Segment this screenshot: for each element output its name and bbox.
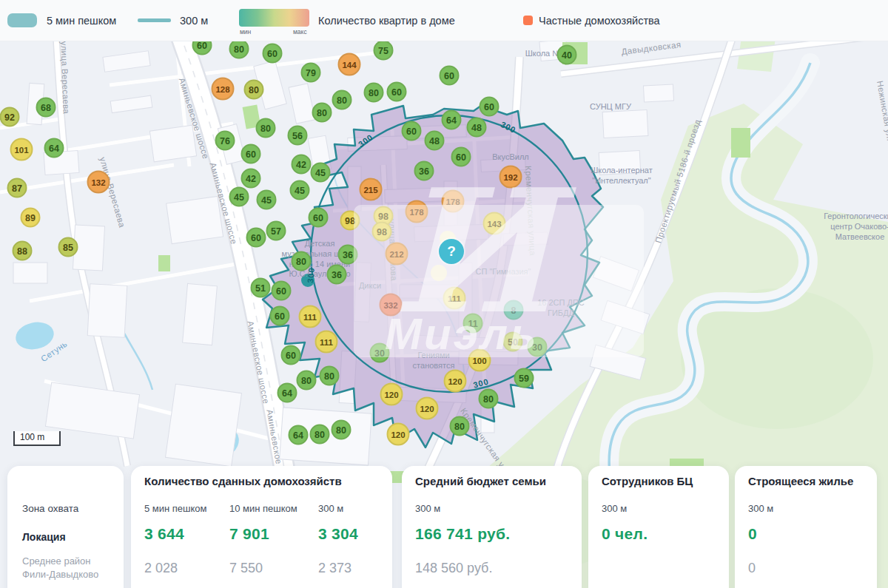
walk-zone-label: 5 мин пешком (47, 15, 116, 27)
house-marker[interactable]: 40 (557, 45, 577, 65)
house-marker[interactable]: 80 (332, 420, 352, 440)
house-marker[interactable]: 57 (266, 221, 286, 241)
house-marker[interactable]: 80 (320, 366, 340, 386)
house-marker[interactable]: 8 (504, 300, 524, 320)
bc-employees-card: Сотрудников БЦ 300 м 0 чел. (588, 466, 729, 588)
house-marker[interactable]: 64 (278, 383, 297, 403)
house-marker[interactable]: 75 (374, 41, 394, 61)
average-value: 2 028 (144, 561, 178, 576)
house-marker[interactable]: 68 (36, 98, 56, 118)
house-marker[interactable]: 36 (414, 161, 434, 181)
house-marker[interactable]: 101 (10, 138, 33, 161)
map-scale-bar: 100 m (13, 431, 61, 446)
house-marker[interactable]: 111 (315, 331, 338, 354)
house-marker[interactable]: 85 (58, 237, 78, 257)
house-marker[interactable]: 60 (309, 208, 329, 228)
house-marker[interactable]: 30 (528, 337, 548, 357)
house-marker[interactable]: 332 (380, 294, 403, 317)
house-marker[interactable]: 45 (257, 190, 277, 210)
house-marker[interactable]: 80 (310, 425, 330, 445)
house-marker[interactable]: 59 (514, 368, 534, 388)
house-marker[interactable]: 178 (442, 190, 465, 213)
house-marker[interactable]: 60 (272, 281, 292, 301)
house-marker[interactable]: 30 (370, 343, 390, 363)
house-marker[interactable]: 60 (246, 228, 266, 248)
house-marker[interactable]: 60 (387, 82, 407, 102)
house-marker[interactable]: 56 (288, 126, 308, 146)
house-marker[interactable]: 64 (442, 110, 462, 130)
house-marker[interactable]: 50 (503, 332, 523, 352)
house-marker[interactable]: 60 (440, 66, 460, 86)
house-marker[interactable]: 215 (360, 178, 383, 201)
house-marker[interactable]: 128 (212, 78, 235, 101)
average-value: 7 550 (229, 561, 263, 576)
private-households-label: Частные домохозяйства (539, 15, 660, 27)
house-marker[interactable]: 87 (7, 178, 27, 198)
house-marker[interactable]: 98 (372, 222, 392, 242)
house-marker[interactable]: 11 (463, 314, 483, 334)
house-marker[interactable]: 89 (21, 208, 41, 228)
radius-ring-label: 300 (500, 120, 517, 135)
house-marker[interactable]: 98 (340, 211, 360, 231)
house-marker[interactable]: 120 (380, 383, 403, 406)
location-value: 7 901 (229, 525, 269, 543)
house-marker[interactable]: 45 (311, 163, 331, 183)
house-marker[interactable]: 80 (312, 103, 332, 123)
house-marker[interactable]: 64 (44, 138, 64, 158)
house-marker[interactable]: 42 (292, 155, 312, 175)
house-marker[interactable]: 60 (451, 147, 471, 167)
house-marker[interactable]: 120 (416, 397, 439, 420)
house-marker[interactable]: 120 (444, 370, 467, 393)
private-households-swatch (523, 16, 533, 25)
house-marker[interactable]: 111 (443, 287, 466, 310)
house-marker[interactable]: 178 (406, 200, 428, 223)
house-marker[interactable]: 120 (387, 423, 410, 446)
radius-ring-label: 300 (472, 376, 490, 389)
location-value: 0 чел. (602, 525, 648, 543)
center-question-marker[interactable]: ? (439, 239, 464, 264)
house-marker[interactable]: 60 (241, 144, 261, 164)
house-marker[interactable]: 80 (332, 90, 352, 110)
house-marker[interactable]: 80 (292, 251, 312, 271)
house-marker[interactable]: 80 (450, 416, 470, 436)
house-marker[interactable]: 64 (289, 425, 309, 445)
house-marker[interactable]: 60 (402, 121, 422, 141)
card-title: Сотрудников БЦ (602, 475, 693, 487)
house-marker[interactable]: 92 (0, 107, 20, 127)
house-marker[interactable]: 111 (299, 305, 322, 328)
house-marker[interactable]: 144 (338, 53, 361, 76)
house-marker[interactable]: 80 (364, 83, 384, 103)
house-marker[interactable]: 212 (386, 243, 408, 266)
house-marker[interactable]: 143 (483, 212, 506, 235)
house-marker[interactable]: 60 (263, 44, 283, 64)
house-marker[interactable]: 79 (301, 63, 321, 83)
house-marker[interactable]: 80 (244, 80, 264, 100)
house-marker[interactable]: 80 (256, 118, 276, 138)
zone-legend-card: Зона охвата Локация Среднее район Фили-Д… (7, 466, 124, 588)
house-marker[interactable]: 48 (467, 118, 487, 138)
house-marker[interactable]: 45 (290, 180, 310, 200)
house-marker[interactable]: 45 (229, 187, 249, 207)
house-marker[interactable]: 100 (468, 349, 491, 372)
zone-col-label: 300 м (748, 503, 773, 514)
walk-zone-swatch (7, 13, 37, 27)
house-marker[interactable]: 60 (281, 345, 301, 365)
house-marker[interactable]: 192 (500, 166, 522, 189)
house-marker[interactable]: 60 (270, 306, 290, 326)
house-marker[interactable]: 88 (13, 241, 33, 261)
house-marker[interactable]: 51 (251, 278, 271, 298)
house-marker[interactable]: 76 (215, 131, 235, 151)
house-marker[interactable]: 48 (425, 131, 445, 151)
gradient-max-label: макс (293, 28, 307, 36)
house-marker[interactable]: 36 (338, 245, 358, 265)
house-marker[interactable]: 42 (241, 169, 261, 189)
households-card: Количество сданных домохозяйств 5 мин пе… (131, 466, 392, 588)
house-marker[interactable]: 80 (297, 371, 317, 391)
house-marker[interactable]: 36 (327, 265, 347, 285)
radius-line-swatch (138, 18, 171, 22)
house-marker[interactable]: 132 (87, 171, 110, 194)
average-value: 148 560 руб. (415, 561, 492, 576)
house-marker[interactable]: 60 (480, 97, 500, 117)
house-marker[interactable]: 80 (479, 389, 499, 409)
radius-label: 300 м (180, 15, 208, 27)
